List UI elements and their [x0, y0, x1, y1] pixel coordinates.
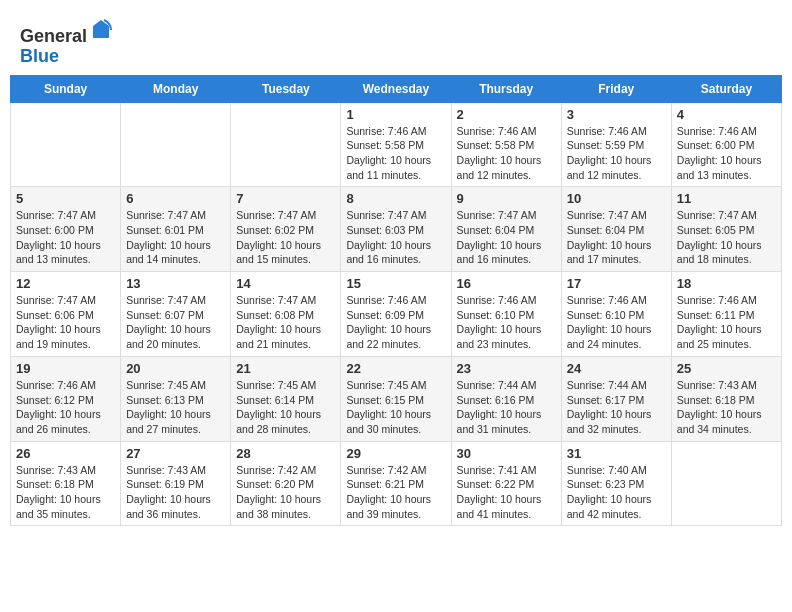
day-info: Sunrise: 7:46 AM Sunset: 5:59 PM Dayligh… — [567, 124, 666, 183]
day-info: Sunrise: 7:44 AM Sunset: 6:16 PM Dayligh… — [457, 378, 556, 437]
calendar-cell: 20Sunrise: 7:45 AM Sunset: 6:13 PM Dayli… — [121, 356, 231, 441]
calendar-cell: 26Sunrise: 7:43 AM Sunset: 6:18 PM Dayli… — [11, 441, 121, 526]
day-number: 16 — [457, 276, 556, 291]
day-info: Sunrise: 7:45 AM Sunset: 6:13 PM Dayligh… — [126, 378, 225, 437]
day-number: 25 — [677, 361, 776, 376]
day-info: Sunrise: 7:43 AM Sunset: 6:18 PM Dayligh… — [16, 463, 115, 522]
day-info: Sunrise: 7:46 AM Sunset: 6:10 PM Dayligh… — [457, 293, 556, 352]
day-info: Sunrise: 7:46 AM Sunset: 5:58 PM Dayligh… — [346, 124, 445, 183]
day-number: 11 — [677, 191, 776, 206]
day-number: 6 — [126, 191, 225, 206]
day-info: Sunrise: 7:46 AM Sunset: 6:09 PM Dayligh… — [346, 293, 445, 352]
calendar-cell — [11, 102, 121, 187]
calendar-cell: 2Sunrise: 7:46 AM Sunset: 5:58 PM Daylig… — [451, 102, 561, 187]
day-info: Sunrise: 7:43 AM Sunset: 6:19 PM Dayligh… — [126, 463, 225, 522]
calendar-cell — [231, 102, 341, 187]
weekday-header-wednesday: Wednesday — [341, 75, 451, 102]
day-number: 27 — [126, 446, 225, 461]
day-info: Sunrise: 7:46 AM Sunset: 6:12 PM Dayligh… — [16, 378, 115, 437]
calendar-cell — [121, 102, 231, 187]
calendar-cell: 3Sunrise: 7:46 AM Sunset: 5:59 PM Daylig… — [561, 102, 671, 187]
day-info: Sunrise: 7:46 AM Sunset: 6:00 PM Dayligh… — [677, 124, 776, 183]
day-number: 3 — [567, 107, 666, 122]
day-number: 29 — [346, 446, 445, 461]
logo: General Blue — [20, 18, 113, 67]
day-number: 31 — [567, 446, 666, 461]
calendar-cell: 14Sunrise: 7:47 AM Sunset: 6:08 PM Dayli… — [231, 272, 341, 357]
weekday-header-tuesday: Tuesday — [231, 75, 341, 102]
day-info: Sunrise: 7:46 AM Sunset: 6:11 PM Dayligh… — [677, 293, 776, 352]
calendar-cell: 27Sunrise: 7:43 AM Sunset: 6:19 PM Dayli… — [121, 441, 231, 526]
page-header: General Blue — [10, 10, 782, 75]
calendar-table: SundayMondayTuesdayWednesdayThursdayFrid… — [10, 75, 782, 527]
calendar-cell: 9Sunrise: 7:47 AM Sunset: 6:04 PM Daylig… — [451, 187, 561, 272]
calendar-cell: 13Sunrise: 7:47 AM Sunset: 6:07 PM Dayli… — [121, 272, 231, 357]
day-number: 20 — [126, 361, 225, 376]
calendar-cell: 12Sunrise: 7:47 AM Sunset: 6:06 PM Dayli… — [11, 272, 121, 357]
logo-blue: Blue — [20, 46, 59, 66]
day-info: Sunrise: 7:46 AM Sunset: 6:10 PM Dayligh… — [567, 293, 666, 352]
day-number: 4 — [677, 107, 776, 122]
calendar-cell: 1Sunrise: 7:46 AM Sunset: 5:58 PM Daylig… — [341, 102, 451, 187]
day-info: Sunrise: 7:42 AM Sunset: 6:21 PM Dayligh… — [346, 463, 445, 522]
calendar-cell: 25Sunrise: 7:43 AM Sunset: 6:18 PM Dayli… — [671, 356, 781, 441]
calendar-cell — [671, 441, 781, 526]
calendar-cell: 5Sunrise: 7:47 AM Sunset: 6:00 PM Daylig… — [11, 187, 121, 272]
day-number: 22 — [346, 361, 445, 376]
calendar-cell: 7Sunrise: 7:47 AM Sunset: 6:02 PM Daylig… — [231, 187, 341, 272]
calendar-cell: 22Sunrise: 7:45 AM Sunset: 6:15 PM Dayli… — [341, 356, 451, 441]
day-number: 10 — [567, 191, 666, 206]
day-number: 9 — [457, 191, 556, 206]
day-number: 19 — [16, 361, 115, 376]
calendar-cell: 24Sunrise: 7:44 AM Sunset: 6:17 PM Dayli… — [561, 356, 671, 441]
day-number: 28 — [236, 446, 335, 461]
calendar-cell: 21Sunrise: 7:45 AM Sunset: 6:14 PM Dayli… — [231, 356, 341, 441]
day-number: 5 — [16, 191, 115, 206]
calendar-cell: 23Sunrise: 7:44 AM Sunset: 6:16 PM Dayli… — [451, 356, 561, 441]
day-info: Sunrise: 7:47 AM Sunset: 6:00 PM Dayligh… — [16, 208, 115, 267]
day-number: 13 — [126, 276, 225, 291]
logo-icon — [89, 18, 113, 42]
calendar-cell: 31Sunrise: 7:40 AM Sunset: 6:23 PM Dayli… — [561, 441, 671, 526]
calendar-cell: 4Sunrise: 7:46 AM Sunset: 6:00 PM Daylig… — [671, 102, 781, 187]
calendar-cell: 10Sunrise: 7:47 AM Sunset: 6:04 PM Dayli… — [561, 187, 671, 272]
day-number: 21 — [236, 361, 335, 376]
day-info: Sunrise: 7:45 AM Sunset: 6:15 PM Dayligh… — [346, 378, 445, 437]
day-info: Sunrise: 7:47 AM Sunset: 6:08 PM Dayligh… — [236, 293, 335, 352]
weekday-header-sunday: Sunday — [11, 75, 121, 102]
day-info: Sunrise: 7:47 AM Sunset: 6:04 PM Dayligh… — [457, 208, 556, 267]
day-info: Sunrise: 7:40 AM Sunset: 6:23 PM Dayligh… — [567, 463, 666, 522]
calendar-cell: 17Sunrise: 7:46 AM Sunset: 6:10 PM Dayli… — [561, 272, 671, 357]
calendar-cell: 16Sunrise: 7:46 AM Sunset: 6:10 PM Dayli… — [451, 272, 561, 357]
day-number: 1 — [346, 107, 445, 122]
day-info: Sunrise: 7:47 AM Sunset: 6:01 PM Dayligh… — [126, 208, 225, 267]
calendar-cell: 28Sunrise: 7:42 AM Sunset: 6:20 PM Dayli… — [231, 441, 341, 526]
weekday-header-thursday: Thursday — [451, 75, 561, 102]
weekday-header-saturday: Saturday — [671, 75, 781, 102]
day-number: 17 — [567, 276, 666, 291]
calendar-cell: 6Sunrise: 7:47 AM Sunset: 6:01 PM Daylig… — [121, 187, 231, 272]
calendar-cell: 30Sunrise: 7:41 AM Sunset: 6:22 PM Dayli… — [451, 441, 561, 526]
day-info: Sunrise: 7:44 AM Sunset: 6:17 PM Dayligh… — [567, 378, 666, 437]
day-number: 8 — [346, 191, 445, 206]
day-number: 23 — [457, 361, 556, 376]
calendar-cell: 15Sunrise: 7:46 AM Sunset: 6:09 PM Dayli… — [341, 272, 451, 357]
day-number: 24 — [567, 361, 666, 376]
day-info: Sunrise: 7:43 AM Sunset: 6:18 PM Dayligh… — [677, 378, 776, 437]
day-info: Sunrise: 7:42 AM Sunset: 6:20 PM Dayligh… — [236, 463, 335, 522]
calendar-cell: 8Sunrise: 7:47 AM Sunset: 6:03 PM Daylig… — [341, 187, 451, 272]
day-number: 2 — [457, 107, 556, 122]
day-number: 14 — [236, 276, 335, 291]
day-info: Sunrise: 7:47 AM Sunset: 6:06 PM Dayligh… — [16, 293, 115, 352]
calendar-cell: 11Sunrise: 7:47 AM Sunset: 6:05 PM Dayli… — [671, 187, 781, 272]
day-info: Sunrise: 7:41 AM Sunset: 6:22 PM Dayligh… — [457, 463, 556, 522]
day-info: Sunrise: 7:47 AM Sunset: 6:05 PM Dayligh… — [677, 208, 776, 267]
day-number: 18 — [677, 276, 776, 291]
day-info: Sunrise: 7:45 AM Sunset: 6:14 PM Dayligh… — [236, 378, 335, 437]
logo-general: General — [20, 26, 87, 46]
day-info: Sunrise: 7:47 AM Sunset: 6:03 PM Dayligh… — [346, 208, 445, 267]
calendar-cell: 18Sunrise: 7:46 AM Sunset: 6:11 PM Dayli… — [671, 272, 781, 357]
weekday-header-monday: Monday — [121, 75, 231, 102]
calendar-cell: 29Sunrise: 7:42 AM Sunset: 6:21 PM Dayli… — [341, 441, 451, 526]
day-info: Sunrise: 7:47 AM Sunset: 6:02 PM Dayligh… — [236, 208, 335, 267]
